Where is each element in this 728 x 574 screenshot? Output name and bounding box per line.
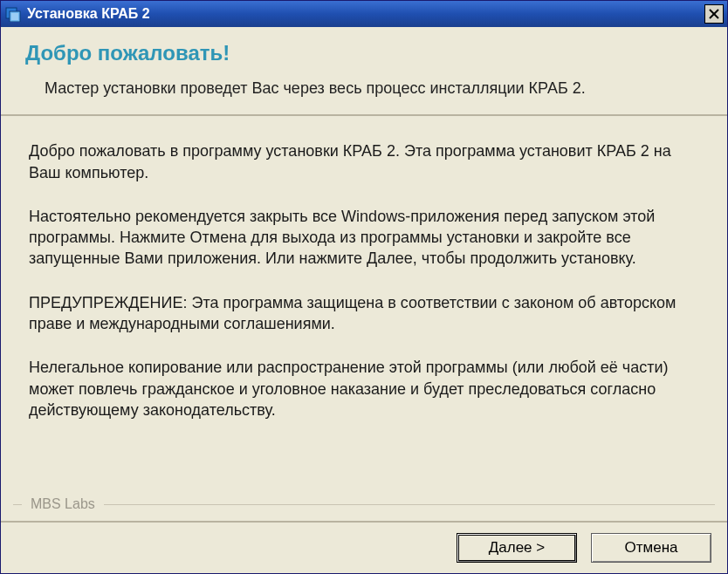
vendor-label: MBS Labs [31,495,95,514]
legal-paragraph: Нелегальное копирование или распростране… [29,357,699,420]
svg-rect-2 [11,13,18,20]
header-panel: Добро пожаловать! Мастер установки прове… [1,27,727,116]
welcome-heading: Добро пожаловать! [25,41,703,65]
cancel-button[interactable]: Отмена [591,533,711,563]
vendor-group: MBS Labs [13,495,715,514]
window-title: Установка КРАБ 2 [27,6,704,22]
content-panel: Добро пожаловать в программу установки К… [1,116,727,521]
installer-window: Установка КРАБ 2 Добро пожаловать! Масте… [0,0,728,574]
close-icon [709,9,719,19]
installer-icon [4,5,22,23]
welcome-subtitle: Мастер установки проведет Вас через весь… [45,78,703,99]
warning-paragraph: ПРЕДУПРЕЖДЕНИЕ: Эта программа защищена в… [29,292,699,335]
titlebar: Установка КРАБ 2 [1,1,727,27]
intro-paragraph: Добро пожаловать в программу установки К… [29,140,699,183]
recommend-paragraph: Настоятельно рекомендуется закрыть все W… [29,206,699,270]
next-button[interactable]: Далее > [457,533,577,563]
button-bar: Далее > Отмена [1,521,727,573]
close-button[interactable] [704,4,724,24]
